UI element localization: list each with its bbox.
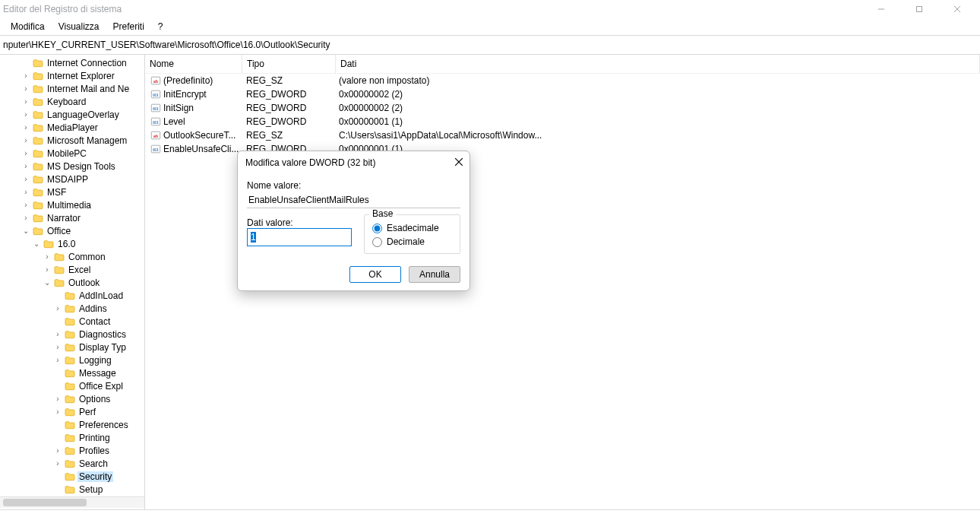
chevron-right-icon[interactable]: ›: [53, 343, 62, 351]
menu-item[interactable]: Preferiti: [107, 20, 150, 33]
chevron-right-icon[interactable]: ›: [21, 188, 30, 196]
folder-icon: [64, 393, 76, 405]
tree-item[interactable]: ›Keyboard: [0, 95, 144, 108]
radio-dec[interactable]: Decimale: [372, 236, 452, 247]
tree-item[interactable]: ›Microsoft Managem: [0, 134, 144, 147]
tree-item[interactable]: Office Expl: [0, 379, 144, 392]
menu-item[interactable]: Visualizza: [52, 20, 106, 33]
tree-item[interactable]: ›Internet Mail and Ne: [0, 82, 144, 95]
column-data[interactable]: Dati: [336, 55, 980, 73]
tree-item[interactable]: ›LanguageOverlay: [0, 108, 144, 121]
svg-text:ab: ab: [153, 134, 159, 138]
chevron-right-icon[interactable]: ›: [43, 252, 52, 261]
tree-item[interactable]: Printing: [0, 431, 144, 444]
tree-item[interactable]: ›Addins: [0, 302, 144, 315]
chevron-right-icon[interactable]: ›: [53, 446, 62, 455]
chevron-right-icon[interactable]: ›: [21, 175, 30, 183]
values-body[interactable]: ab(Predefinito)REG_SZ(valore non imposta…: [145, 74, 980, 156]
tree-item[interactable]: Message: [0, 366, 144, 379]
chevron-right-icon[interactable]: ›: [21, 136, 30, 144]
tree-item[interactable]: ›MediaPlayer: [0, 121, 144, 134]
tree-item[interactable]: ›Display Typ: [0, 341, 144, 354]
chevron-right-icon[interactable]: ›: [21, 84, 30, 93]
tree-item[interactable]: Security: [0, 470, 144, 483]
chevron-down-icon[interactable]: ⌄: [43, 278, 52, 287]
tree-item[interactable]: ›Multimedia: [0, 198, 144, 211]
folder-icon: [32, 225, 44, 237]
tree-item[interactable]: Internet Connection: [0, 56, 144, 69]
tree-item[interactable]: Contact: [0, 315, 144, 328]
tree-item[interactable]: ›Internet Explorer: [0, 69, 144, 82]
value-row[interactable]: ab(Predefinito)REG_SZ(valore non imposta…: [145, 74, 980, 87]
radio-hex-input[interactable]: [372, 224, 382, 233]
tree-item[interactable]: ›Options: [0, 392, 144, 405]
tree-item[interactable]: ›Diagnostics: [0, 328, 144, 341]
tree-horizontal-scrollbar[interactable]: [0, 496, 144, 508]
chevron-right-icon[interactable]: ›: [43, 265, 52, 274]
tree-item[interactable]: ›MSDAIPP: [0, 173, 144, 185]
tree-item[interactable]: Preferences: [0, 418, 144, 431]
close-button[interactable]: [940, 1, 974, 17]
cancel-button[interactable]: Annulla: [409, 266, 460, 283]
value-row[interactable]: abOutlookSecureT...REG_SZC:\Users\sasi1\…: [145, 128, 980, 142]
tree-item[interactable]: ›Narrator: [0, 211, 144, 224]
menu-item[interactable]: Modifica: [5, 20, 51, 33]
radio-hex[interactable]: Esadecimale: [372, 223, 452, 233]
dialog-close-icon[interactable]: [454, 157, 463, 169]
menu-item[interactable]: ?: [152, 20, 169, 33]
tree-item[interactable]: ⌄16.0: [0, 237, 144, 250]
chevron-right-icon[interactable]: ›: [53, 395, 62, 403]
value-row[interactable]: 011InitSignREG_DWORD0x00000002 (2): [145, 101, 980, 115]
tree-item[interactable]: ›MSF: [0, 185, 144, 198]
tree-item[interactable]: ⌄Office: [0, 224, 144, 237]
name-value-field[interactable]: EnableUnsafeClientMailRules: [247, 192, 460, 208]
folder-icon: [32, 57, 44, 69]
tree-item-label: Display Typ: [77, 342, 128, 353]
chevron-right-icon[interactable]: ›: [21, 110, 30, 119]
chevron-right-icon[interactable]: ›: [53, 407, 62, 416]
chevron-right-icon[interactable]: ›: [21, 123, 30, 132]
ok-button[interactable]: OK: [349, 266, 401, 283]
chevron-right-icon[interactable]: ›: [53, 304, 62, 312]
tree-item[interactable]: ›Excel: [0, 263, 144, 276]
value-name: (Predefinito): [163, 75, 213, 86]
tree-item[interactable]: ›Profiles: [0, 444, 144, 457]
tree-item[interactable]: ›Perf: [0, 405, 144, 418]
tree-item[interactable]: ›Logging: [0, 354, 144, 366]
chevron-down-icon[interactable]: ⌄: [32, 239, 41, 248]
radio-dec-input[interactable]: [372, 237, 382, 247]
chevron-right-icon[interactable]: ›: [21, 71, 30, 80]
column-type[interactable]: Tipo: [242, 55, 336, 73]
value-data: 0x00000001 (1): [334, 116, 980, 127]
folder-icon: [32, 160, 44, 173]
chevron-right-icon[interactable]: ›: [21, 149, 30, 157]
value-row[interactable]: 011InitEncryptREG_DWORD0x00000002 (2): [145, 87, 980, 101]
chevron-right-icon[interactable]: ›: [53, 356, 62, 364]
tree-item-label: Message: [77, 368, 118, 379]
scrollbar-thumb[interactable]: [3, 499, 87, 506]
chevron-down-icon[interactable]: ⌄: [21, 227, 30, 235]
chevron-right-icon[interactable]: ›: [21, 162, 30, 170]
column-name[interactable]: Nome: [145, 55, 242, 73]
value-row[interactable]: 011LevelREG_DWORD0x00000001 (1): [145, 115, 980, 128]
minimize-button[interactable]: [865, 1, 898, 17]
address-bar[interactable]: nputer\HKEY_CURRENT_USER\Software\Micros…: [0, 36, 980, 55]
window-titlebar: Editor del Registro di sistema: [0, 0, 980, 18]
folder-icon: [64, 380, 76, 392]
chevron-right-icon[interactable]: ›: [53, 459, 62, 468]
chevron-right-icon[interactable]: ›: [21, 97, 30, 106]
folder-icon: [32, 173, 44, 185]
tree-item[interactable]: ⌄Outlook: [0, 276, 144, 289]
tree-item[interactable]: AddInLoad: [0, 289, 144, 302]
tree-item[interactable]: ›Common: [0, 250, 144, 263]
chevron-right-icon[interactable]: ›: [21, 201, 30, 209]
tree-item[interactable]: ›MobilePC: [0, 147, 144, 160]
chevron-right-icon[interactable]: ›: [53, 330, 62, 338]
tree-item[interactable]: ›MS Design Tools: [0, 160, 144, 173]
data-value-input[interactable]: [247, 228, 352, 246]
tree-panel[interactable]: Internet Connection›Internet Explorer›In…: [0, 55, 145, 509]
tree-item[interactable]: ›Search: [0, 457, 144, 470]
chevron-right-icon[interactable]: ›: [21, 214, 30, 222]
maximize-button[interactable]: [903, 1, 936, 17]
tree-item[interactable]: Setup: [0, 483, 144, 496]
